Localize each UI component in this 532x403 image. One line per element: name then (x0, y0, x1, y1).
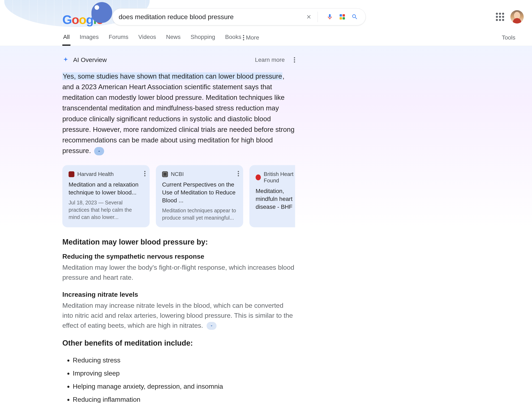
source-title: Current Perspectives on the Use of Medit… (162, 181, 237, 204)
source-card[interactable]: Harvard Health Meditation and a relaxati… (62, 165, 150, 227)
google-apps-icon[interactable] (496, 13, 504, 21)
mechanism-title: Increasing nitrate levels (62, 291, 295, 298)
source-cards-row: Harvard Health Meditation and a relaxati… (62, 165, 295, 227)
source-card[interactable]: NCBI Current Perspectives on the Use of … (156, 165, 243, 227)
more-icon (243, 35, 244, 40)
more-tab[interactable]: More (242, 34, 260, 45)
source-snippet: Meditation techniques appear to produce … (162, 207, 237, 221)
search-icon[interactable] (350, 12, 359, 21)
ai-body-rest: , and a 2023 American Heart Association … (62, 72, 294, 154)
source-menu-icon[interactable] (144, 171, 146, 176)
ai-detail-content: Meditation may lower blood pressure by: … (0, 227, 295, 403)
benefits-list: Reducing stressImproving sleepHelping ma… (62, 354, 295, 403)
mechanism-body: Meditation may lower the body's fight-or… (62, 262, 295, 282)
list-item: Improving sleep (73, 367, 295, 380)
ai-overview-label: AI Overview (73, 56, 107, 64)
source-favicon-icon (256, 174, 261, 180)
section-heading: Other benefits of meditation include: (62, 339, 295, 347)
source-snippet: Jul 18, 2023 — Several practices that he… (69, 199, 143, 221)
svg-rect-1 (342, 14, 345, 16)
tools-button[interactable]: Tools (502, 34, 515, 45)
ai-highlight: Yes, some studies have shown that medita… (62, 72, 282, 80)
source-name: Harvard Health (77, 171, 114, 177)
expand-icon[interactable] (207, 322, 216, 330)
search-tabs: AllImagesForumsVideosNewsShoppingBooks M… (0, 25, 532, 46)
source-card[interactable]: British Heart Found Meditation, mindfuln… (249, 165, 295, 227)
collapse-icon[interactable] (94, 147, 104, 155)
tab-videos[interactable]: Videos (138, 34, 157, 46)
divider (317, 12, 318, 22)
section-heading: Meditation may lower blood pressure by: (62, 238, 295, 246)
source-name: NCBI (171, 171, 184, 177)
list-item: Reducing stress (73, 354, 295, 367)
mechanism-title: Reducing the sympathetic nervous respons… (62, 253, 295, 260)
header (0, 0, 532, 25)
source-name: British Heart Found (264, 171, 295, 184)
svg-rect-2 (340, 17, 342, 19)
svg-rect-3 (342, 17, 345, 19)
image-search-icon[interactable] (338, 12, 347, 21)
list-item: Helping manage anxiety, depression, and … (73, 380, 295, 393)
search-input[interactable] (119, 13, 301, 21)
svg-rect-0 (340, 14, 342, 16)
tab-news[interactable]: News (165, 34, 181, 46)
clear-icon[interactable] (304, 12, 313, 21)
learn-more-link[interactable]: Learn more (255, 57, 285, 63)
voice-search-icon[interactable] (325, 12, 334, 21)
source-title: Meditation, mindfuln heart disease - BHF (256, 187, 295, 211)
account-avatar[interactable] (510, 10, 524, 24)
source-title: Meditation and a relaxation technique to… (69, 181, 143, 197)
tab-all[interactable]: All (62, 34, 70, 46)
more-label: More (246, 34, 259, 41)
tab-images[interactable]: Images (79, 34, 100, 46)
source-menu-icon[interactable] (238, 171, 239, 176)
mechanism-body: Meditation may increase nitrate levels i… (62, 301, 295, 330)
ai-menu-icon[interactable] (294, 57, 295, 63)
ai-sparkle-icon (62, 57, 69, 63)
list-item: Reducing inflammation (73, 393, 295, 403)
ai-overview-text: Yes, some studies have shown that medita… (62, 71, 295, 156)
tab-forums[interactable]: Forums (108, 34, 129, 46)
tab-books[interactable]: Books (224, 34, 242, 46)
source-favicon-icon (162, 171, 168, 177)
tab-shopping[interactable]: Shopping (190, 34, 216, 46)
source-favicon-icon (69, 171, 74, 177)
search-bar (112, 8, 366, 25)
ai-overview-section: AI Overview Learn more Yes, some studies… (0, 46, 532, 227)
